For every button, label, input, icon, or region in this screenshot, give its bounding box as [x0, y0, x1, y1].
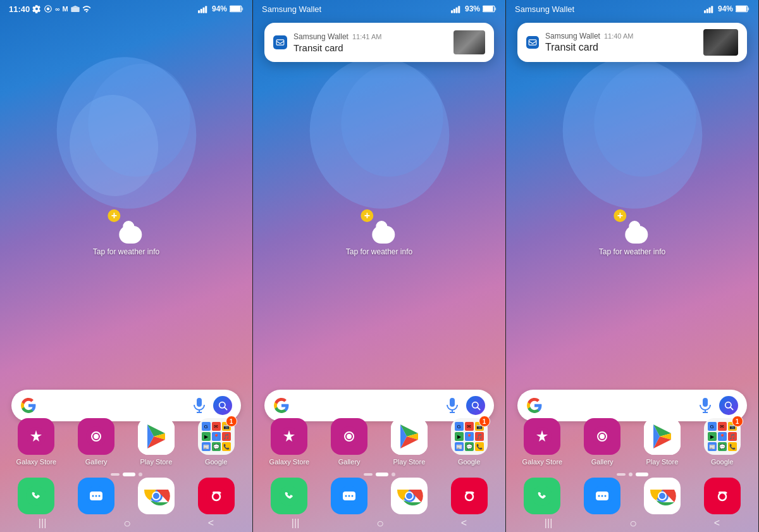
search-mic-icon-3[interactable] [698, 398, 713, 413]
galaxy-store-app-2[interactable]: Galaxy Store [264, 418, 314, 466]
play-store-app-2[interactable]: Play Store [384, 418, 435, 466]
camera-icon-1 [198, 478, 235, 514]
google-lens-icon-2[interactable] [466, 396, 485, 415]
nav-back-3[interactable]: < [714, 517, 720, 529]
dot-2-3 [392, 473, 395, 476]
phone-app-2[interactable] [264, 478, 314, 514]
app-row-1: Galaxy Store Gallery Play Store 1 G ✉ 📷 … [0, 418, 252, 466]
svg-rect-79 [703, 398, 708, 407]
google-app-2[interactable]: 1 G ✉ 📷 ▶ 📍 🎵 📰 💬 📞 Google [444, 418, 495, 466]
svg-point-64 [406, 493, 412, 499]
gallery-icon-1 [78, 418, 114, 455]
svg-rect-72 [707, 9, 708, 13]
svg-rect-14 [197, 398, 202, 407]
messages-app-3[interactable] [577, 478, 627, 514]
gallery-label-3: Gallery [591, 458, 614, 466]
camera-app-2[interactable] [444, 478, 495, 514]
weather-icon-3: + [617, 212, 648, 244]
status-left-1: 11:40 ∞ M [9, 4, 91, 14]
svg-rect-39 [451, 10, 453, 13]
dot-3-3 [636, 473, 648, 476]
svg-point-59 [349, 495, 350, 497]
status-right-3: 94% [704, 4, 750, 13]
nav-recent-1[interactable]: ||| [39, 517, 46, 529]
weather-widget-3[interactable]: + Tap for weather info [599, 212, 665, 256]
notification-card-2[interactable]: Samsung Wallet 11:41 AM Transit card [264, 23, 494, 62]
notif-header-2: Samsung Wallet 11:41 AM [293, 32, 447, 41]
notif-app-name-2: Samsung Wallet [293, 32, 349, 41]
nav-back-2[interactable]: < [461, 517, 467, 529]
svg-point-90 [598, 495, 600, 497]
notif-header-3: Samsung Wallet 11:40 AM [545, 32, 697, 40]
svg-rect-12 [230, 6, 241, 11]
gallery-app-3[interactable]: Gallery [577, 418, 627, 466]
svg-rect-8 [201, 9, 202, 13]
nav-home-2[interactable]: ○ [376, 516, 384, 531]
phone-app-3[interactable] [517, 478, 567, 514]
nav-home-1[interactable]: ○ [123, 516, 131, 531]
search-bar-3[interactable] [517, 390, 747, 421]
galaxy-store-app-3[interactable]: Galaxy Store [517, 418, 567, 466]
gallery-app-2[interactable]: Gallery [324, 418, 374, 466]
svg-point-26 [92, 495, 94, 497]
chrome-app-3[interactable] [637, 478, 688, 514]
status-bar-3: Samsung Wallet 94% [506, 0, 758, 18]
bottom-dock-2 [253, 478, 505, 514]
chrome-app-1[interactable] [131, 478, 182, 514]
galaxy-store-icon-2 [271, 418, 307, 455]
nav-back-1[interactable]: < [208, 517, 214, 529]
nav-home-3[interactable]: ○ [629, 516, 637, 531]
google-lens-icon-1[interactable] [213, 396, 232, 415]
search-mic-icon-2[interactable] [445, 398, 460, 413]
camera-icon-3 [704, 478, 741, 514]
galaxy-store-label-3: Galaxy Store [522, 458, 563, 466]
status-app-name-2: Samsung Wallet [262, 4, 321, 14]
notification-card-3[interactable]: Samsung Wallet 11:40 AM Transit card [517, 23, 747, 62]
svg-rect-78 [529, 40, 536, 45]
google-app-3[interactable]: 1 G ✉ 📷 ▶ 📍 🎵 📰 💬 📞 Google [697, 418, 748, 466]
camera-app-1[interactable] [191, 478, 242, 514]
gallery-label-1: Gallery [85, 458, 108, 466]
status-app-name-3: Samsung Wallet [515, 4, 574, 14]
weather-cloud-1 [120, 226, 142, 244]
svg-point-23 [26, 486, 46, 506]
water-blob-3 [544, 51, 721, 215]
battery-label-1: 94% [212, 4, 227, 13]
play-store-icon-2 [391, 418, 428, 455]
search-mic-icon-1[interactable] [192, 398, 207, 413]
svg-rect-13 [242, 8, 243, 11]
svg-rect-99 [719, 492, 726, 493]
svg-rect-45 [495, 8, 496, 11]
google-badge-2: 1 [479, 416, 490, 427]
phone-app-1[interactable] [11, 478, 61, 514]
svg-rect-35 [213, 492, 220, 493]
battery-icon-1 [230, 5, 244, 13]
messages-app-1[interactable] [71, 478, 121, 514]
nav-recent-3[interactable]: ||| [545, 517, 552, 529]
nav-recent-2[interactable]: ||| [292, 517, 299, 529]
status-bar-2: Samsung Wallet 93% [253, 0, 505, 18]
svg-point-97 [712, 486, 732, 506]
weather-widget-1[interactable]: + Tap for weather info [93, 212, 159, 256]
messages-app-2[interactable] [324, 478, 374, 514]
svg-rect-42 [458, 6, 460, 13]
galaxy-store-app-1[interactable]: Galaxy Store [11, 418, 61, 466]
chrome-icon-1 [138, 478, 175, 514]
chrome-app-2[interactable] [384, 478, 435, 514]
play-store-app-3[interactable]: Play Store [637, 418, 688, 466]
search-bar-1[interactable] [11, 390, 241, 421]
status-bar-1: 11:40 ∞ M 94% [0, 0, 252, 18]
svg-marker-6 [71, 6, 78, 7]
search-bar-2[interactable] [264, 390, 494, 421]
camera-app-3[interactable] [697, 478, 748, 514]
weather-widget-2[interactable]: + Tap for weather info [346, 212, 412, 256]
svg-point-92 [605, 495, 607, 497]
gallery-app-1[interactable]: Gallery [71, 418, 121, 466]
play-store-app-1[interactable]: Play Store [131, 418, 182, 466]
status-right-1: 94% [198, 4, 244, 13]
battery-icon-2 [483, 5, 497, 13]
google-app-1[interactable]: 1 G ✉ 📷 ▶ 📍 🎵 📰 💬 📞 Google [191, 418, 242, 466]
google-lens-icon-3[interactable] [719, 396, 738, 415]
google-g-icon-2 [273, 397, 290, 414]
svg-point-4 [47, 8, 50, 11]
